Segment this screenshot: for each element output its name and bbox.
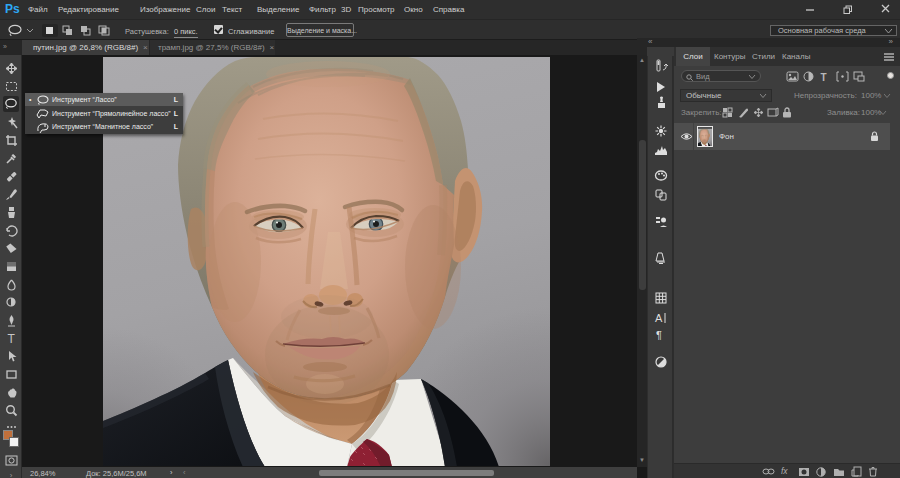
svg-text:A: A (655, 312, 663, 324)
svg-text:¶: ¶ (656, 329, 662, 341)
svg-text:T: T (7, 332, 15, 345)
svg-text:T: T (821, 72, 827, 83)
